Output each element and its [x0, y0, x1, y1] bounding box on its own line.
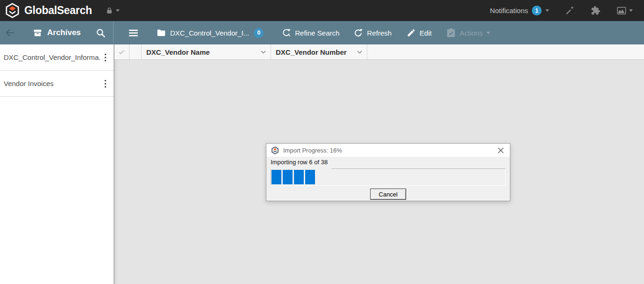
chevron-down-icon[interactable]	[261, 51, 266, 54]
kebab-menu-icon[interactable]	[100, 77, 110, 90]
lock-menu[interactable]	[105, 7, 120, 15]
notifications-menu[interactable]: Notifications 1	[490, 6, 549, 15]
progress-segment	[283, 170, 293, 184]
results-grid-header: DXC_Vendor Name DXC_Vendor Number	[114, 44, 644, 60]
sidebar-divider	[114, 44, 114, 284]
header-filler	[367, 44, 644, 59]
sidebar-item-dxc-control-vendor[interactable]: DXC_Control_Vendor_Informa...	[0, 44, 114, 71]
chevron-down-icon[interactable]	[357, 51, 362, 54]
current-archive-label: DXC_Control_Vendor_I...	[170, 29, 249, 37]
archives-label: Archives	[47, 28, 81, 37]
column-label: DXC_Vendor Name	[146, 48, 261, 56]
toolbar-actions: DXC_Control_Vendor_I... 0 Refine Search …	[114, 21, 644, 44]
folder-icon	[156, 28, 166, 38]
back-button[interactable]	[4, 27, 16, 39]
reports-chart-menu[interactable]	[616, 6, 633, 16]
current-archive-tab[interactable]: DXC_Control_Vendor_I... 0	[156, 28, 264, 38]
kebab-menu-icon[interactable]	[100, 51, 110, 64]
notifications-badge: 1	[532, 6, 542, 15]
dialog-body: Importing row 6 of 38 Cancel	[266, 157, 510, 203]
globalsearch-dialog-icon	[271, 146, 279, 154]
notifications-label: Notifications	[490, 7, 528, 15]
refine-search-label: Refine Search	[295, 29, 339, 37]
archives-panel-header: Archives	[0, 21, 114, 44]
dialog-title: Import Progress: 16%	[283, 147, 496, 154]
globalsearch-logo-icon	[5, 3, 20, 18]
import-status-text: Importing row 6 of 38	[271, 159, 331, 169]
chevron-down-icon	[629, 9, 633, 12]
actions-label: Actions	[460, 29, 483, 37]
refresh-button[interactable]: Refresh	[353, 28, 392, 38]
edit-button[interactable]: Edit	[407, 28, 432, 37]
column-header-vendor-number[interactable]: DXC_Vendor Number	[271, 44, 367, 59]
sidebar-item-label: DXC_Control_Vendor_Informa...	[4, 53, 100, 61]
refresh-label: Refresh	[367, 29, 392, 37]
progress-segment	[294, 170, 304, 184]
edit-label: Edit	[420, 29, 432, 37]
top-bar: GlobalSearch Notifications 1	[0, 0, 644, 21]
archive-box-icon	[33, 28, 43, 38]
clipboard-check-icon	[446, 28, 456, 38]
close-icon[interactable]	[496, 146, 505, 155]
actions-menu-disabled[interactable]: Actions	[446, 28, 490, 38]
sidebar-item-vendor-invoices[interactable]: Vendor Invoices	[0, 71, 114, 97]
column-label: DXC_Vendor Number	[276, 48, 357, 56]
refresh-icon	[353, 28, 363, 38]
select-all-column[interactable]	[114, 44, 129, 59]
chevron-down-icon	[545, 9, 549, 12]
dialog-buttons: Cancel	[271, 189, 506, 200]
cancel-button[interactable]: Cancel	[370, 189, 406, 200]
archives-sidebar: DXC_Control_Vendor_Informa... Vendor Inv…	[0, 44, 114, 284]
toolbar: Archives DXC_Control_Vendor_I... 0	[0, 21, 644, 44]
sidebar-item-label: Vendor Invoices	[4, 80, 100, 87]
archives-heading: Archives	[33, 28, 81, 38]
document-count-badge: 0	[254, 28, 264, 38]
magic-wand-button[interactable]	[565, 6, 575, 15]
refine-search-icon	[281, 28, 291, 38]
pencil-icon	[407, 28, 416, 37]
chevron-down-icon	[487, 32, 490, 34]
plugins-puzzle-button[interactable]	[591, 6, 601, 15]
topbar-right-actions: Notifications 1	[490, 6, 644, 16]
column-header-vendor-name[interactable]: DXC_Vendor Name	[142, 44, 271, 59]
lock-icon	[105, 7, 114, 15]
dialog-titlebar[interactable]: Import Progress: 16%	[266, 144, 510, 157]
menu-hamburger-button[interactable]	[128, 27, 139, 39]
app-logo: GlobalSearch	[5, 3, 92, 18]
spacer-column	[129, 44, 142, 59]
progress-segment	[305, 170, 315, 184]
search-button[interactable]	[95, 28, 106, 38]
import-progress-bar	[271, 168, 506, 186]
chevron-down-icon	[116, 9, 120, 12]
refine-search-button[interactable]: Refine Search	[281, 28, 339, 38]
import-progress-dialog: Import Progress: 16% Importing row 6 of …	[266, 143, 510, 201]
app-title: GlobalSearch	[24, 4, 92, 17]
check-icon	[118, 48, 126, 56]
progress-segment	[272, 170, 281, 184]
